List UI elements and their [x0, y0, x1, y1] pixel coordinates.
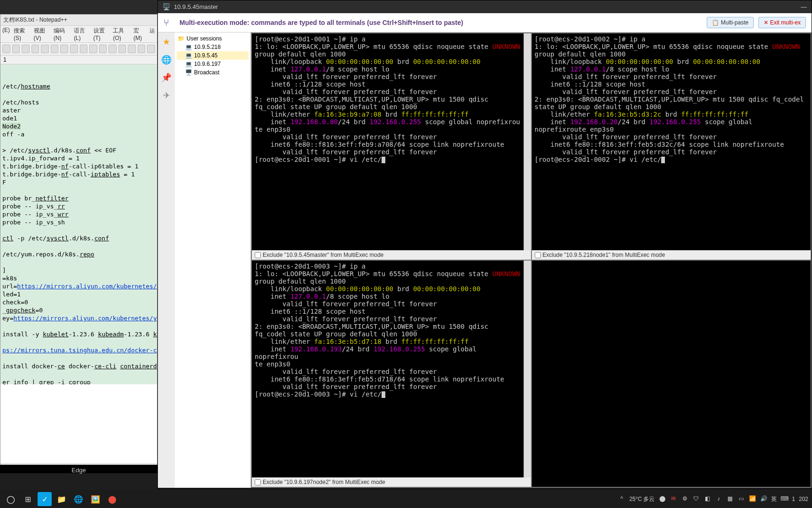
menu-encoding[interactable]: 编码(N)	[54, 27, 70, 41]
tb-redo-icon[interactable]	[99, 45, 107, 53]
tb-rec-icon[interactable]	[147, 45, 155, 53]
menu-settings[interactable]: 设置(T)	[94, 27, 109, 41]
session-label: 10.9.5.45	[194, 52, 218, 59]
tb-copy-icon[interactable]	[70, 45, 78, 53]
clock-time[interactable]: 1	[792, 496, 795, 502]
pin-icon[interactable]: 📌	[161, 72, 172, 83]
session-icon: 💻	[185, 61, 192, 67]
tb-open-icon[interactable]	[12, 45, 20, 53]
session-10.9.6.197[interactable]: 💻10.9.6.197	[177, 60, 249, 68]
notepad-tab[interactable]: 1	[0, 56, 157, 64]
menu-search[interactable]: 搜索(S)	[14, 27, 30, 41]
tray-icon-6[interactable]: ♪	[715, 495, 722, 503]
battery-icon[interactable]: ▭	[737, 495, 745, 503]
tb-replace-icon[interactable]	[118, 45, 126, 53]
tb-new-icon[interactable]	[2, 45, 10, 53]
exclude-bar-3[interactable]: Exclude "10.9.6.197node2" from MultiExec…	[252, 477, 531, 487]
notepad-content[interactable]: /etc/hostname /etc/hosts aster ode1 Node…	[0, 64, 157, 384]
scrollbar[interactable]	[523, 261, 531, 477]
menu-language[interactable]: 语言(L)	[74, 27, 89, 41]
exclude-bar-2[interactable]: Exclude "10.9.5.218node1" from MultiExec…	[532, 250, 811, 260]
menu-view[interactable]: 视图(V)	[34, 27, 50, 41]
tb-find-icon[interactable]	[109, 45, 117, 53]
tb-close-icon[interactable]	[41, 45, 49, 53]
tb-cut-icon[interactable]	[60, 45, 68, 53]
exclude-label-2: Exclude "10.9.5.218node1" from MultiExec…	[543, 252, 665, 258]
edge-label: Edge	[0, 465, 157, 473]
exit-multiexec-button[interactable]: ✕ Exit multi-ex	[758, 17, 806, 28]
session-Broadcast[interactable]: 🖥️Broadcast	[177, 68, 249, 77]
terminal-empty	[532, 261, 811, 487]
terminal-1[interactable]: [root@ecs-20d1-0001 ~]# ip a 1: lo: <LOO…	[252, 33, 523, 250]
taskbar: ◯ ⊞ ✓ 📁 🌐 🖼️ ⬤ ^ 25°C 多云 ⬤ ✉ ⚙ 🛡 ◧ ♪ ▦ ▭…	[0, 490, 812, 508]
clock-date[interactable]: 202	[799, 496, 808, 502]
session-label: Broadcast	[194, 69, 219, 76]
minimize-icon[interactable]: —	[801, 3, 807, 10]
exclude-checkbox-3[interactable]	[255, 479, 261, 485]
app-2-icon[interactable]: 🖼️	[88, 492, 102, 506]
menu-edit[interactable]: (E)	[2, 27, 10, 41]
taskview-icon[interactable]: ⊞	[21, 492, 35, 506]
exit-label: Exit multi-ex	[770, 19, 801, 26]
multi-exec-banner: ⑂ Multi-execution mode: commands are typ…	[158, 13, 812, 32]
session-10.9.5.218[interactable]: 💻10.9.5.218	[177, 43, 249, 51]
volume-icon[interactable]: 🔊	[760, 495, 767, 503]
notepad-toolbar[interactable]	[0, 43, 157, 56]
lang-indicator[interactable]: 英	[771, 495, 777, 503]
notepad-window: 文档\K8S.txt - Notepad++ (E) 搜索(S) 视图(V) 编…	[0, 14, 157, 473]
menu-tools[interactable]: 工具(O)	[113, 27, 130, 41]
wifi-icon[interactable]: 📶	[749, 495, 756, 503]
menu-macro[interactable]: 宏(M)	[133, 27, 146, 41]
weather[interactable]: 25°C 多云	[629, 495, 655, 503]
tray-icon-7[interactable]: ▦	[726, 495, 734, 503]
moba-window: 🖥️ 10.9.5.45master — ⑂ Multi-execution m…	[157, 0, 812, 489]
terminal-3[interactable]: [root@ecs-20d1-0003 ~]# ip a 1: lo: <LOO…	[252, 261, 523, 477]
terminal-2[interactable]: [root@ecs-20d1-0002 ~]# ip a 1: lo: <LOO…	[532, 33, 811, 250]
shield-icon[interactable]: 🛡	[692, 495, 700, 503]
sessions-panel: 📁 User sessions 💻10.9.5.218💻10.9.5.45💻10…	[175, 32, 251, 488]
tb-wrap-icon[interactable]	[138, 45, 146, 53]
explorer-icon[interactable]: 📁	[55, 492, 69, 506]
tb-save-icon[interactable]	[22, 45, 30, 53]
tray-icon-1[interactable]: ⬤	[658, 495, 666, 503]
tb-zoom-icon[interactable]	[128, 45, 136, 53]
fork-icon: ⑂	[164, 17, 174, 28]
star-icon[interactable]: ★	[161, 36, 172, 48]
tb-print-icon[interactable]	[51, 45, 59, 53]
plane-icon[interactable]: ✈	[161, 90, 172, 101]
sessions-folder[interactable]: 📁 User sessions	[177, 34, 249, 43]
terminals-grid: [root@ecs-20d1-0001 ~]# ip a 1: lo: <LOO…	[251, 32, 812, 488]
tray-icon-2[interactable]: ✉	[670, 495, 677, 503]
folder-label: User sessions	[187, 35, 222, 42]
session-icon: 💻	[185, 52, 192, 59]
moba-icon: 🖥️	[163, 3, 170, 10]
session-label: 10.9.6.197	[194, 61, 221, 67]
scrollbar[interactable]	[523, 33, 531, 250]
multi-paste-button[interactable]: 📋 Multi-paste	[707, 17, 754, 28]
session-icon: 🖥️	[185, 69, 192, 76]
tb-undo-icon[interactable]	[89, 45, 97, 53]
menu-run[interactable]: 运	[149, 27, 155, 41]
tb-saveall-icon[interactable]	[31, 45, 39, 53]
globe-icon[interactable]: 🌐	[161, 54, 172, 65]
tb-paste-icon[interactable]	[80, 45, 88, 53]
terminal-4-empty	[532, 261, 811, 487]
system-tray[interactable]: ^ 25°C 多云 ⬤ ✉ ⚙ 🛡 ◧ ♪ ▦ ▭ 📶 🔊 英 ⌨ 1 202	[618, 495, 808, 503]
exclude-bar-1[interactable]: Exclude "10.9.5.45master" from MultiExec…	[252, 250, 531, 260]
keyboard-icon[interactable]: ⌨	[781, 495, 788, 503]
folder-icon: 📁	[178, 35, 185, 42]
banner-text: Multi-execution mode: commands are typed…	[180, 19, 463, 26]
session-10.9.5.45[interactable]: 💻10.9.5.45	[177, 51, 249, 60]
tray-icon-3[interactable]: ⚙	[681, 495, 688, 503]
start-button[interactable]: ◯	[4, 492, 18, 506]
exclude-checkbox-2[interactable]	[535, 252, 541, 258]
edge-icon[interactable]: 🌐	[71, 492, 86, 506]
moba-titlebar: 🖥️ 10.9.5.45master —	[158, 0, 812, 13]
tray-icon-5[interactable]: ◧	[703, 495, 711, 503]
exclude-checkbox-1[interactable]	[255, 252, 261, 258]
record-icon[interactable]: ⬤	[105, 492, 119, 506]
moba-sidebar: ★ 🌐 📌 ✈	[158, 32, 175, 488]
chevron-up-icon[interactable]: ^	[618, 495, 625, 503]
app-1-icon[interactable]: ✓	[38, 492, 52, 506]
notepad-menu[interactable]: (E) 搜索(S) 视图(V) 编码(N) 语言(L) 设置(T) 工具(O) …	[0, 26, 157, 43]
